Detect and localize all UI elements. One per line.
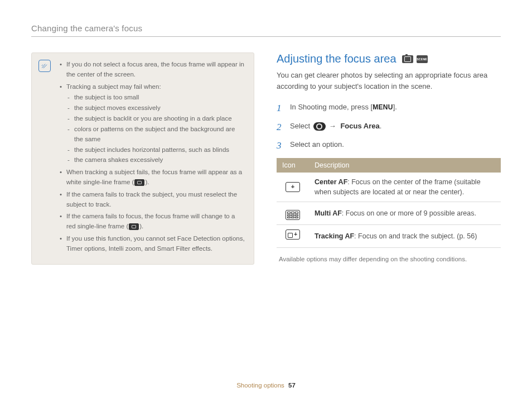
options-footnote: Available options may differ depending o… xyxy=(277,256,501,262)
note-subitem: the subject is too small xyxy=(66,93,245,103)
table-row: Tracking AF: Focus on and track the subj… xyxy=(277,225,501,247)
row-title: Center AF xyxy=(315,178,347,186)
note-text: ). xyxy=(145,179,149,185)
scene-mode-icon: SCENE xyxy=(417,55,428,63)
page-header: Changing the camera's focus xyxy=(31,23,501,37)
row-title: Tracking AF xyxy=(315,232,354,240)
chapter-label: Shooting options xyxy=(236,382,284,389)
note-item: If the camera fails to track the subject… xyxy=(60,190,245,210)
step-text: In Shooting mode, press [ xyxy=(290,103,373,111)
focus-area-label: Focus Area xyxy=(340,122,379,130)
note-item: If the camera fails to focus, the focus … xyxy=(60,212,245,232)
note-subitem: colors or patterns on the subject and th… xyxy=(66,125,245,145)
note-subitem: the subject includes horizontal patterns… xyxy=(66,145,245,155)
frame-white-icon xyxy=(134,179,144,186)
table-header-icon: Icon xyxy=(277,158,309,173)
mode-icons: SCENE xyxy=(402,55,428,63)
multi-af-icon xyxy=(286,210,300,220)
page-number: 57 xyxy=(288,382,296,389)
step-3: Select an option. xyxy=(277,139,501,150)
section-intro: You can get clearer photos by selecting … xyxy=(277,70,501,92)
note-item: If you use this function, you cannot set… xyxy=(60,234,245,254)
note-text: If the camera fails to focus, the focus … xyxy=(66,213,235,229)
camera-mode-icon xyxy=(402,55,413,63)
frame-red-icon xyxy=(129,223,139,230)
note-item: Tracking a subject may fail when: the su… xyxy=(60,82,245,166)
note-subitem: the camera shakes excessively xyxy=(66,155,245,165)
note-subitem: the subject is backlit or you are shooti… xyxy=(66,114,245,124)
note-text: If you do not select a focus area, the f… xyxy=(66,61,244,78)
step-1: In Shooting mode, press [MENU]. xyxy=(277,102,501,113)
table-header-desc: Description xyxy=(309,158,501,173)
row-desc: : Focus on and track the subject. (p. 56… xyxy=(354,232,477,240)
table-row: Center AF: Focus on the center of the fr… xyxy=(277,173,501,202)
page-footer: Shooting options 57 xyxy=(0,382,532,389)
center-af-icon xyxy=(286,182,300,192)
menu-button-label: MENU xyxy=(373,103,393,111)
step-text: Select xyxy=(290,122,312,130)
section-title-text: Adjusting the focus area xyxy=(277,52,396,65)
step-text: . xyxy=(380,122,382,130)
note-item: When tracking a subject fails, the focus… xyxy=(60,168,245,188)
note-text: Tracking a subject may fail when: xyxy=(66,83,161,90)
tracking-af-icon xyxy=(286,229,300,240)
camera-chip-icon xyxy=(313,122,326,131)
note-text: ). xyxy=(139,223,143,229)
step-2: Select → Focus Area. xyxy=(277,121,501,132)
note-text: If the camera fails to track the subject… xyxy=(66,191,237,208)
table-row: Multi AF: Focus on one or more of 9 poss… xyxy=(277,202,501,225)
row-desc: : Focus on one or more of 9 possible are… xyxy=(342,209,476,217)
note-text: When tracking a subject fails, the focus… xyxy=(66,169,242,185)
row-title: Multi AF xyxy=(315,209,342,217)
note-item: If you do not select a focus area, the f… xyxy=(60,60,245,80)
note-text: If you use this function, you cannot set… xyxy=(66,235,245,252)
options-table: Icon Description Center AF: Focus on the… xyxy=(277,158,501,248)
note-icon xyxy=(38,60,51,72)
step-text: ]. xyxy=(393,103,397,111)
note-box: If you do not select a focus area, the f… xyxy=(31,52,254,265)
note-subitem: the subject moves excessively xyxy=(66,103,245,113)
arrow-icon: → xyxy=(329,121,336,132)
section-title: Adjusting the focus area SCENE xyxy=(277,52,501,65)
